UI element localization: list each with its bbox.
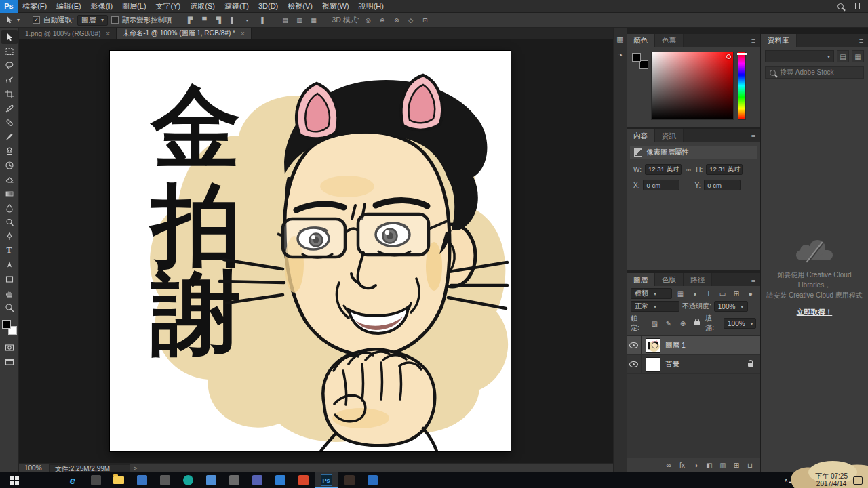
3d-drag-icon[interactable]: ⊗ [391,15,402,25]
start-button[interactable] [0,472,28,488]
quick-mask-mode-button[interactable] [1,340,18,354]
hue-slider[interactable] [738,52,746,120]
tray-show-hidden-icons[interactable]: ∧ [784,472,788,488]
taskbar-clock[interactable]: 下午 07:25 2017/4/14 [815,473,848,487]
zoom-level-field[interactable]: 100% [19,464,49,472]
taskbar-icon-app-9[interactable] [292,472,315,488]
path-selection-tool[interactable] [1,258,18,272]
layer-thumbnail[interactable] [646,338,660,353]
rectangle-shape-tool[interactable] [1,272,18,286]
taskbar-icon-app-2[interactable] [130,472,153,488]
library-select-dropdown[interactable]: ▾ [765,50,834,62]
taskbar-icon-app-7[interactable] [245,472,269,488]
distribute-bottom-icon[interactable]: ▦ [308,15,319,25]
foreground-color-swatch[interactable] [2,320,11,329]
taskbar-icon-app-10[interactable] [338,472,361,488]
hand-tool[interactable] [1,286,18,300]
menu-edit[interactable]: 編輯(E) [52,0,86,12]
filter-adjustment-layers-icon[interactable]: ◑ [689,289,701,299]
distribute-top-icon[interactable]: ▤ [279,15,290,25]
pen-tool[interactable] [1,229,18,243]
lock-image-pixels-icon[interactable]: ✎ [663,319,675,329]
auto-select-target-dropdown[interactable]: 圖層 ▾ [77,15,108,26]
delete-layer-icon[interactable]: ⊔ [744,460,756,471]
type-tool[interactable]: T [1,243,18,258]
lock-all-icon[interactable] [691,319,703,329]
saturation-brightness-picker[interactable] [651,52,734,120]
search-icon[interactable] [837,3,844,9]
menu-window[interactable]: 視窗(W) [317,0,354,12]
3d-rotate-icon[interactable]: ◎ [363,15,374,25]
taskbar-icon-photoshop[interactable]: Ps [315,472,338,488]
taskbar-icon-app-4[interactable] [176,472,199,488]
layer-visibility-toggle[interactable] [627,355,642,373]
tab-layers[interactable]: 圖層 [627,273,655,286]
auto-select-checkbox[interactable]: ✓ [33,16,40,24]
layer-filter-kind-dropdown[interactable]: 種類 ▾ [631,288,672,299]
spot-healing-brush-tool[interactable] [1,115,18,129]
filter-pixel-layers-icon[interactable]: ▦ [675,289,686,299]
menu-type[interactable]: 文字(Y) [151,0,186,12]
taskbar-icon-app-8[interactable] [269,472,292,488]
foreground-background-color-swatches[interactable] [2,320,17,335]
library-grid-view-icon[interactable]: ▦ [852,50,864,62]
menu-file[interactable]: 檔案(F) [18,0,52,12]
x-field[interactable]: 0 cm [643,180,679,190]
tab-channels[interactable]: 色版 [655,273,684,286]
move-tool[interactable] [1,30,18,44]
width-field[interactable]: 12.31 英吋 [645,164,682,175]
y-field[interactable]: 0 cm [704,180,741,190]
action-center-icon[interactable] [853,476,863,485]
filter-shape-layers-icon[interactable]: ▭ [717,289,728,299]
document-tab-1[interactable]: 1.png @ 100% (RGB/8#) × [19,28,117,39]
canvas[interactable]: 金 拍 謝 [110,51,511,451]
taskbar-icon-edge[interactable]: e [61,472,84,488]
lock-transparent-pixels-icon[interactable]: ▨ [649,319,660,329]
eraser-tool[interactable] [1,172,18,186]
adjustment-layer-icon[interactable]: ◑ [690,460,702,471]
layer-row-layer1[interactable]: 圖層 1 [627,336,760,355]
blend-mode-dropdown[interactable]: 正常 ▾ [631,301,679,312]
menu-select[interactable]: 選取(S) [185,0,220,12]
tab-paths[interactable]: 路徑 [684,273,712,286]
lock-position-icon[interactable]: ⊕ [677,319,689,329]
navigator-panel-icon[interactable]: ◔ [615,49,626,60]
filter-toggle-icon[interactable]: ● [745,289,756,299]
taskbar-icon-app-1[interactable] [84,472,107,488]
layer-styles-icon[interactable]: fx [676,460,688,471]
align-vertical-centers-icon[interactable]: ▪ [241,15,252,25]
status-options-chevron-icon[interactable]: > [130,465,140,472]
3d-slide-icon[interactable]: ◇ [406,15,416,25]
tab-info[interactable]: 資訊 [655,129,684,142]
hue-slider-cursor[interactable] [737,53,747,55]
layer-name[interactable]: 背景 [665,360,748,369]
color-panel-swatches[interactable] [632,53,648,69]
gradient-tool[interactable] [1,186,18,201]
filter-type-layers-icon[interactable]: T [703,289,714,299]
distribute-center-icon[interactable]: ▥ [294,15,304,25]
layer-name[interactable]: 圖層 1 [665,341,760,350]
link-layers-icon[interactable]: ∞ [663,460,675,471]
3d-roll-icon[interactable]: ⊕ [377,15,388,25]
eyedropper-tool[interactable] [1,101,18,115]
close-icon[interactable]: × [241,30,245,37]
dodge-tool[interactable] [1,215,18,229]
new-layer-icon[interactable]: ⊞ [730,460,743,471]
new-group-icon[interactable]: ▥ [717,460,729,471]
taskbar-icon-app-3[interactable] [153,472,176,488]
library-search-input[interactable]: 搜尋 Adobe Stock [765,66,864,79]
history-brush-tool[interactable] [1,158,18,172]
align-left-edges-icon[interactable]: ▛ [184,15,195,25]
menu-image[interactable]: 影像(I) [86,0,117,12]
workspace-switcher-icon[interactable] [852,3,860,9]
rectangular-marquee-tool[interactable] [1,44,18,58]
menu-view[interactable]: 檢視(V) [283,0,317,12]
tab-color[interactable]: 顏色 [627,34,655,47]
align-horizontal-centers-icon[interactable]: ▀ [199,15,210,25]
blur-tool[interactable] [1,201,18,215]
menu-filter[interactable]: 濾鏡(T) [220,0,254,12]
3d-scale-icon[interactable]: ⊡ [420,15,431,25]
document-tab-2[interactable]: 未命名-1 @ 100% (圖層 1, RGB/8#) * × [117,28,252,39]
align-right-edges-icon[interactable]: ▜ [213,15,224,25]
panel-menu-icon[interactable]: ≡ [747,129,760,142]
